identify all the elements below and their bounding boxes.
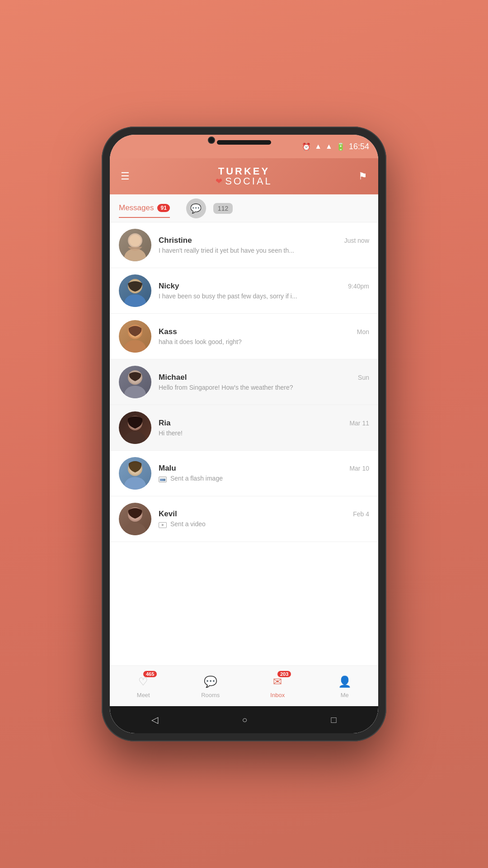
message-item-kevil[interactable]: Kevil Feb 4 ▶ Sent a video: [110, 496, 378, 542]
svg-point-10: [124, 386, 146, 398]
phone-screen: ⏰ ▲ ▲ 🔋 16:54 ☰ TURKEY ❤ SOCIAL ⚑ Messag…: [110, 135, 378, 733]
message-item-christine[interactable]: Christine Just now I haven't really trie…: [110, 222, 378, 268]
message-content-ria: Ria Mar 11 Hi there!: [159, 419, 369, 437]
avatar-kevil: [119, 503, 151, 535]
me-label: Me: [341, 692, 349, 698]
chat-bubble-icon: 💬: [190, 203, 202, 214]
alarm-icon: ⏰: [302, 142, 311, 151]
message-content-nicky: Nicky 9:40pm I have been so busy the pas…: [159, 282, 369, 300]
nav-item-rooms[interactable]: 💬 Rooms: [201, 674, 221, 698]
message-name: Michael: [159, 373, 187, 382]
flag-icon[interactable]: ⚑: [358, 170, 367, 182]
rooms-chat-icon: 💬: [204, 675, 217, 688]
svg-point-4: [124, 294, 146, 307]
rooms-icon-wrap: 💬: [201, 674, 221, 690]
message-preview: haha it does look good, right?: [159, 338, 369, 345]
message-time: Sun: [358, 374, 369, 381]
tabs-bar: Messages 91 💬 112: [110, 194, 378, 222]
message-time: 9:40pm: [348, 283, 369, 290]
avatar-ria: [119, 411, 151, 444]
meet-label: Meet: [137, 692, 150, 698]
message-item-michael[interactable]: Michael Sun Hello from Singapore! How's …: [110, 359, 378, 405]
app-logo: TURKEY ❤ SOCIAL: [216, 166, 272, 186]
message-name: Ria: [159, 419, 170, 428]
home-button[interactable]: ○: [242, 715, 247, 725]
message-item-malu[interactable]: Malu Mar 10 Sent a flash image: [110, 451, 378, 496]
rooms-label: Rooms: [201, 692, 220, 698]
messages-badge: 91: [157, 204, 169, 212]
status-icons: ⏰ ▲ ▲ 🔋 16:54: [302, 142, 369, 151]
message-item-ria[interactable]: Ria Mar 11 Hi there!: [110, 405, 378, 451]
phone-camera: [208, 137, 215, 144]
svg-point-16: [124, 477, 146, 490]
avatar-malu: [119, 457, 151, 490]
message-time: Feb 4: [353, 510, 369, 518]
phone-frame: ⏰ ▲ ▲ 🔋 16:54 ☰ TURKEY ❤ SOCIAL ⚑ Messag…: [102, 127, 386, 741]
inbox-label: Inbox: [270, 692, 285, 698]
status-time: 16:54: [349, 142, 369, 151]
svg-point-13: [124, 431, 146, 444]
message-preview: I have been so busy the past few days, s…: [159, 292, 369, 300]
signal-icon: ▲: [325, 142, 333, 151]
back-button[interactable]: ◁: [151, 714, 158, 725]
avatar-christine: [119, 229, 151, 261]
nav-item-me[interactable]: 👤 Me: [335, 674, 355, 698]
inbox-badge: 203: [277, 671, 291, 677]
avatar-kass: [119, 320, 151, 353]
tab-messages[interactable]: Messages 91: [119, 203, 170, 218]
message-name: Malu: [159, 464, 176, 473]
tab-chat-icon[interactable]: 💬: [186, 198, 206, 218]
avatar-nicky: [119, 274, 151, 307]
message-name: Kevil: [159, 509, 177, 519]
status-bar: ⏰ ▲ ▲ 🔋 16:54: [110, 135, 378, 158]
svg-point-19: [124, 523, 146, 535]
message-time: Mar 11: [349, 420, 369, 427]
avatar-michael: [119, 366, 151, 398]
message-preview: I haven't really tried it yet but have y…: [159, 247, 369, 254]
meet-icon-wrap: ♡ 465: [133, 674, 153, 690]
message-content-christine: Christine Just now I haven't really trie…: [159, 236, 369, 254]
inbox-icon-wrap: ✉ 203: [267, 674, 287, 690]
logo-heart: ❤: [216, 177, 224, 185]
message-content-kass: Kass Mon haha it does look good, right?: [159, 327, 369, 345]
message-preview: Hello from Singapore! How's the weather …: [159, 384, 369, 391]
message-content-malu: Malu Mar 10 Sent a flash image: [159, 464, 369, 483]
inbox-mail-icon: ✉: [273, 675, 282, 688]
message-time: Just now: [344, 237, 369, 244]
logo-top: TURKEY: [218, 166, 270, 176]
meet-badge: 465: [143, 671, 157, 677]
message-time: Mar 10: [349, 465, 369, 472]
message-name: Kass: [159, 327, 177, 336]
message-preview: Sent a flash image: [159, 475, 369, 483]
android-nav-bar: ◁ ○ □: [110, 706, 378, 733]
meet-heart-icon: ♡: [138, 675, 148, 688]
message-preview: Hi there!: [159, 429, 369, 437]
message-content-michael: Michael Sun Hello from Singapore! How's …: [159, 373, 369, 391]
message-content-kevil: Kevil Feb 4 ▶ Sent a video: [159, 509, 369, 528]
messages-list: Christine Just now I haven't really trie…: [110, 222, 378, 665]
message-time: Mon: [357, 328, 369, 335]
app-header: ☰ TURKEY ❤ SOCIAL ⚑: [110, 158, 378, 194]
recents-button[interactable]: □: [331, 715, 336, 725]
tab-chat-count: 112: [213, 203, 233, 214]
svg-point-2: [129, 235, 141, 246]
battery-icon: 🔋: [336, 142, 345, 151]
wifi-icon: ▲: [314, 142, 322, 151]
message-item-nicky[interactable]: Nicky 9:40pm I have been so busy the pas…: [110, 268, 378, 314]
menu-icon[interactable]: ☰: [121, 170, 130, 182]
me-person-icon: 👤: [338, 675, 352, 688]
me-icon-wrap: 👤: [335, 674, 355, 690]
svg-point-7: [124, 340, 146, 353]
tab-messages-label: Messages: [119, 203, 154, 212]
image-preview-icon: Sent a flash image: [159, 475, 223, 482]
message-name: Nicky: [159, 282, 179, 291]
bottom-nav: ♡ 465 Meet 💬 Rooms ✉ 203 Inbox: [110, 665, 378, 706]
video-preview-icon: ▶ Sent a video: [159, 520, 206, 528]
message-preview: ▶ Sent a video: [159, 520, 369, 528]
phone-speaker: [217, 140, 271, 145]
message-item-kass[interactable]: Kass Mon haha it does look good, right?: [110, 314, 378, 359]
nav-item-meet[interactable]: ♡ 465 Meet: [133, 674, 153, 698]
nav-item-inbox[interactable]: ✉ 203 Inbox: [267, 674, 287, 698]
logo-bottom: ❤ SOCIAL: [216, 176, 272, 186]
message-name: Christine: [159, 236, 192, 245]
